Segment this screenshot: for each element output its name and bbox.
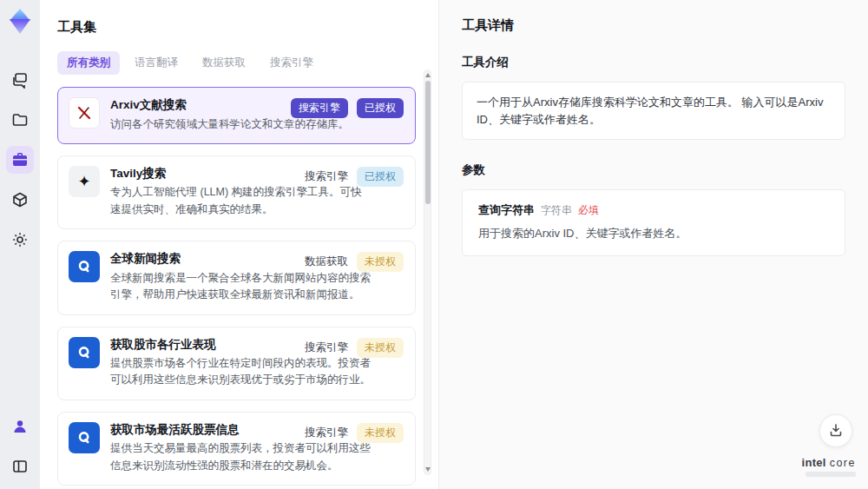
- app-logo: [6, 7, 34, 36]
- scroll-up-arrow-icon[interactable]: [425, 73, 431, 77]
- download-button[interactable]: [819, 414, 852, 447]
- panel-layout-icon: [11, 458, 29, 475]
- category-tabs: 所有类别 语言翻译 数据获取 搜索引擎: [57, 51, 416, 75]
- category-label: 搜索引擎: [305, 169, 348, 184]
- news-q-icon: [69, 337, 100, 368]
- brand-intel: intel: [802, 456, 826, 469]
- category-label: 搜索引擎: [305, 340, 348, 355]
- user-icon: [11, 418, 29, 435]
- sidebar: [0, 0, 40, 489]
- tool-description: 提供股票市场各个行业在特定时间段内的表现。投资者可以利用这些信息来识别表现优于或…: [110, 355, 371, 389]
- tool-card-tavily[interactable]: ✦ Tavily搜索 专为人工智能代理 (LLM) 构建的搜索引擎工具。可快速提…: [57, 155, 416, 229]
- category-label: 搜索引擎: [305, 426, 348, 440]
- tool-card-active-stocks[interactable]: 获取市场最活跃股票信息 提供当天交易量最高的股票列表，投资者可以利用这些信息来识…: [57, 412, 416, 486]
- tool-card-stock-sector[interactable]: 获取股市各行业表现 提供股票市场各个行业在特定时间段内的表现。投资者可以利用这些…: [57, 327, 416, 400]
- scroll-down-arrow-icon[interactable]: [425, 467, 431, 472]
- tavily-star-icon: ✦: [69, 166, 100, 197]
- download-icon: [828, 422, 844, 440]
- param-description: 用于搜索的Arxiv ID、关键字或作者姓名。: [478, 226, 829, 241]
- app-root: 工具集 所有类别 语言翻译 数据获取 搜索引擎 Arxiv文献搜索 访问各个研究…: [0, 0, 868, 489]
- list-scrollbar[interactable]: [424, 69, 431, 475]
- tool-description: 访问各个研究领域大量科学论文和文章的存储库。: [110, 116, 375, 133]
- cube-icon: [11, 191, 29, 208]
- tool-description: 专为人工智能代理 (LLM) 构建的搜索引擎工具。可快速提供实时、准确和真实的结…: [110, 184, 371, 218]
- tab-language-translation[interactable]: 语言翻译: [125, 51, 187, 75]
- tool-description: 提供当天交易量最高的股票列表，投资者可以利用这些信息来识别流动性强的股票和潜在的…: [110, 440, 371, 474]
- tab-all-categories[interactable]: 所有类别: [57, 51, 120, 75]
- detail-title: 工具详情: [462, 17, 845, 34]
- status-badge: 未授权: [357, 252, 404, 272]
- param-type: 字符串: [541, 203, 572, 218]
- intro-heading: 工具介绍: [462, 55, 845, 70]
- gear-icon: [11, 231, 29, 248]
- intro-box: 一个用于从Arxiv存储库搜索科学论文和文章的工具。 输入可以是Arxiv ID…: [462, 82, 845, 140]
- tool-detail-pane: 工具详情 工具介绍 一个用于从Arxiv存储库搜索科学论文和文章的工具。 输入可…: [438, 0, 868, 489]
- tool-card-global-news[interactable]: 全球新闻搜索 全球新闻搜索是一个聚合全球各大新闻网站内容的搜索引擎，帮助用户快速…: [57, 241, 416, 314]
- news-q-icon: [69, 422, 100, 453]
- param-required-flag: 必填: [578, 203, 599, 218]
- param-name: 查询字符串: [478, 202, 535, 218]
- tab-search-engine[interactable]: 搜索引擎: [260, 51, 323, 75]
- sidebar-item-chat[interactable]: [6, 66, 34, 94]
- folder-icon: [11, 111, 29, 129]
- scrollbar-thumb[interactable]: [425, 81, 431, 204]
- sidebar-item-files[interactable]: [6, 106, 34, 134]
- status-badge: 已授权: [357, 98, 404, 118]
- status-badge: 已授权: [357, 167, 404, 187]
- brand-subline: [806, 472, 856, 477]
- tool-card-arxiv[interactable]: Arxiv文献搜索 访问各个研究领域大量科学论文和文章的存储库。 搜索引擎 已授…: [57, 87, 416, 144]
- tool-list: Arxiv文献搜索 访问各个研究领域大量科学论文和文章的存储库。 搜索引擎 已授…: [57, 87, 416, 488]
- status-badge: 未授权: [357, 423, 404, 443]
- sidebar-item-account[interactable]: [6, 413, 34, 440]
- category-label: 数据获取: [305, 254, 348, 269]
- tool-list-pane: 工具集 所有类别 语言翻译 数据获取 搜索引擎 Arxiv文献搜索 访问各个研究…: [40, 0, 438, 489]
- chat-icon: [11, 71, 29, 89]
- sidebar-item-tools[interactable]: [6, 146, 34, 174]
- sidebar-item-models[interactable]: [6, 186, 34, 214]
- sidebar-item-collapse-panel[interactable]: [6, 453, 34, 480]
- page-title: 工具集: [57, 19, 416, 36]
- tool-description: 全球新闻搜索是一个聚合全球各大新闻网站内容的搜索引擎，帮助用户快速获取全球最新资…: [110, 270, 371, 304]
- sidebar-item-settings[interactable]: [6, 226, 34, 254]
- news-q-icon: [69, 251, 100, 282]
- intel-core-badge: intel core: [802, 456, 856, 477]
- briefcase-icon: [11, 151, 29, 169]
- arxiv-icon: [69, 97, 100, 129]
- category-badge: 搜索引擎: [291, 98, 348, 118]
- params-heading: 参数: [462, 162, 845, 178]
- brand-core: core: [830, 457, 856, 469]
- status-badge: 未授权: [357, 338, 404, 358]
- tab-data-fetch[interactable]: 数据获取: [193, 51, 255, 75]
- param-card: 查询字符串 字符串 必填 用于搜索的Arxiv ID、关键字或作者姓名。: [462, 189, 845, 256]
